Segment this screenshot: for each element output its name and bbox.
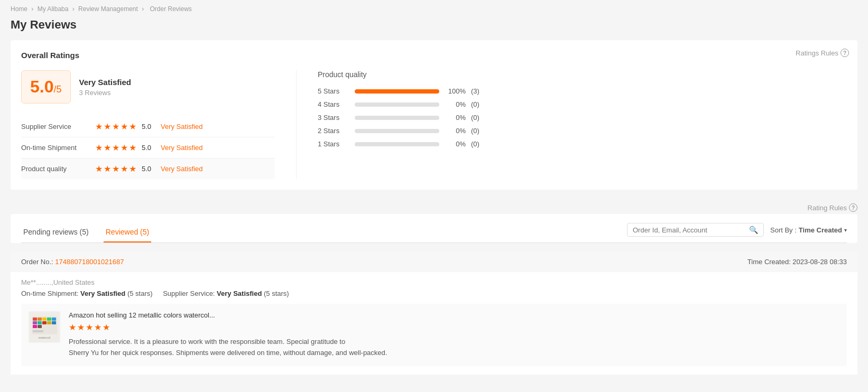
breadcrumb-current: Order Reviews — [150, 5, 192, 13]
ratings-right: Product quality 5 Stars 100% (3) 4 Stars… — [296, 70, 847, 179]
svg-rect-2 — [33, 318, 37, 321]
bar-label-1: 1 Stars — [318, 140, 349, 148]
overall-ratings-card: Ratings Rules ? Overall Ratings 5.0/5 Ve… — [11, 40, 857, 190]
bar-row-5stars: 5 Stars 100% (3) — [318, 87, 847, 95]
supplier-stars: ★ ★ ★ ★ ★ — [95, 122, 136, 132]
star-1: ★ — [95, 122, 103, 132]
ratings-rules-link[interactable]: Ratings Rules ? — [796, 49, 849, 57]
bar-label-5: 5 Stars — [318, 87, 349, 95]
bar-track-2 — [355, 129, 439, 133]
score-reviews: 3 Reviews — [79, 89, 131, 97]
quality-score: 5.0 — [142, 165, 161, 173]
score-denom: /5 — [53, 84, 61, 95]
tab-reviewed[interactable]: Reviewed (5) — [104, 222, 151, 242]
bar-pct-2: 0% — [445, 127, 466, 135]
product-name: Amazon hot selling 12 metallic colors wa… — [69, 311, 839, 319]
product-thumb-image: watercol — [30, 312, 59, 342]
bar-track-3 — [355, 116, 439, 120]
search-input[interactable] — [633, 226, 749, 234]
svg-rect-7 — [33, 321, 37, 324]
ratings-rules-info-icon[interactable]: ? — [841, 49, 849, 57]
shipment-stars: ★ ★ ★ ★ ★ — [95, 143, 136, 153]
ratings-left: 5.0/5 Very Satisfied 3 Reviews Supplier … — [21, 70, 275, 179]
svg-text:watercol: watercol — [38, 336, 50, 339]
time-created: Time Created: 2023-08-28 08:33 — [747, 258, 847, 266]
ratings-rules-label: Ratings Rules — [796, 49, 838, 57]
search-box[interactable]: 🔍 — [627, 223, 764, 237]
score-label: Very Satisfied — [79, 78, 131, 87]
rating-rules-link2[interactable]: Rating Rules ? — [808, 203, 857, 212]
review-meta: On-time Shipment: Very Satisfied (5 star… — [21, 290, 847, 297]
star-3: ★ — [112, 122, 119, 132]
bar-pct-1: 0% — [445, 140, 466, 148]
tabs-header: Pending reviews (5) Reviewed (5) 🔍 Sort … — [21, 214, 847, 243]
svg-rect-8 — [38, 321, 42, 324]
bar-label-2: 2 Stars — [318, 127, 349, 135]
shipment-label: On-time Shipment — [21, 144, 95, 152]
shipment-score: 5.0 — [142, 144, 161, 152]
product-stars: ★ ★ ★ ★ ★ — [69, 322, 839, 332]
svg-rect-3 — [38, 318, 42, 321]
quality-stars: ★ ★ ★ ★ ★ — [95, 164, 136, 174]
supplier-label: Supplier Service — [21, 123, 95, 130]
svg-rect-11 — [52, 321, 56, 324]
chevron-down-icon: ▾ — [844, 227, 847, 233]
breadcrumb: Home › My Alibaba › Review Management › … — [11, 5, 857, 13]
supplier-stars: (5 stars) — [264, 290, 289, 297]
bar-fill-5 — [355, 89, 439, 94]
svg-rect-13 — [38, 325, 42, 328]
breadcrumb-review-management[interactable]: Review Management — [78, 5, 138, 13]
score-box: 5.0/5 Very Satisfied 3 Reviews — [21, 70, 275, 104]
bar-pct-3: 0% — [445, 114, 466, 122]
bar-row-4stars: 4 Stars 0% (0) — [318, 100, 847, 108]
supplier-service-value: Very Satisfied — [217, 290, 262, 297]
product-star-4: ★ — [94, 322, 101, 332]
overall-ratings-title: Overall Ratings — [21, 51, 847, 60]
quality-text: Very Satisfied — [161, 165, 203, 173]
order-no-value[interactable]: 174880718001021687 — [55, 258, 124, 266]
svg-rect-14 — [33, 330, 43, 332]
bar-row-3stars: 3 Stars 0% (0) — [318, 114, 847, 122]
product-star-3: ★ — [86, 322, 93, 332]
svg-rect-12 — [33, 325, 37, 328]
rating-rules-info-icon2[interactable]: ? — [849, 203, 857, 212]
rating-row-supplier: Supplier Service ★ ★ ★ ★ ★ 5.0 Very Sati… — [21, 116, 275, 137]
supplier-score: 5.0 — [142, 123, 161, 130]
tabs-section: Rating Rules ? Pending reviews (5) Revie… — [11, 198, 857, 375]
score-badge: 5.0/5 — [21, 70, 71, 104]
tabs-right: 🔍 Sort By : Time Created ▾ — [627, 223, 847, 242]
sort-value: Time Created — [799, 226, 842, 234]
svg-rect-9 — [42, 321, 47, 324]
order-no-label: Order No.: — [21, 258, 55, 266]
bar-label-3: 3 Stars — [318, 114, 349, 122]
bar-track-5 — [355, 89, 439, 94]
ontime-shipment-label: On-time Shipment: — [21, 290, 80, 297]
product-info: Amazon hot selling 12 metallic colors wa… — [69, 311, 839, 359]
rating-row-quality: Product quality ★ ★ ★ ★ ★ 5.0 Very Satis… — [21, 158, 275, 179]
bar-label-4: 4 Stars — [318, 100, 349, 108]
quality-label: Product quality — [21, 165, 95, 173]
bar-pct-4: 0% — [445, 100, 466, 108]
svg-rect-5 — [47, 318, 51, 321]
sort-control[interactable]: Sort By : Time Created ▾ — [770, 226, 847, 234]
bar-track-1 — [355, 142, 439, 146]
bar-count-3: (0) — [471, 114, 487, 122]
order-header: Order No.: 174880718001021687 Time Creat… — [11, 251, 857, 272]
ontime-shipment-value: Very Satisfied — [80, 290, 125, 297]
score-number: 5.0 — [30, 77, 53, 96]
search-icon: 🔍 — [749, 226, 758, 234]
product-review: watercol Amazon hot selling 12 metallic … — [21, 304, 847, 366]
tab-pending[interactable]: Pending reviews (5) — [21, 222, 91, 242]
review-item: Order No.: 174880718001021687 Time Creat… — [11, 251, 857, 375]
breadcrumb-myalibaba[interactable]: My Alibaba — [38, 5, 69, 13]
sort-label: Sort By : — [770, 226, 797, 234]
product-star-1: ★ — [69, 322, 76, 332]
bar-count-4: (0) — [471, 100, 487, 108]
breadcrumb-home[interactable]: Home — [11, 5, 27, 13]
bar-count-1: (0) — [471, 140, 487, 148]
shipment-text: Very Satisfied — [161, 144, 203, 152]
supplier-text: Very Satisfied — [161, 123, 203, 130]
product-quality-title: Product quality — [318, 70, 847, 79]
svg-rect-6 — [52, 318, 56, 321]
page-title: My Reviews — [11, 18, 857, 32]
